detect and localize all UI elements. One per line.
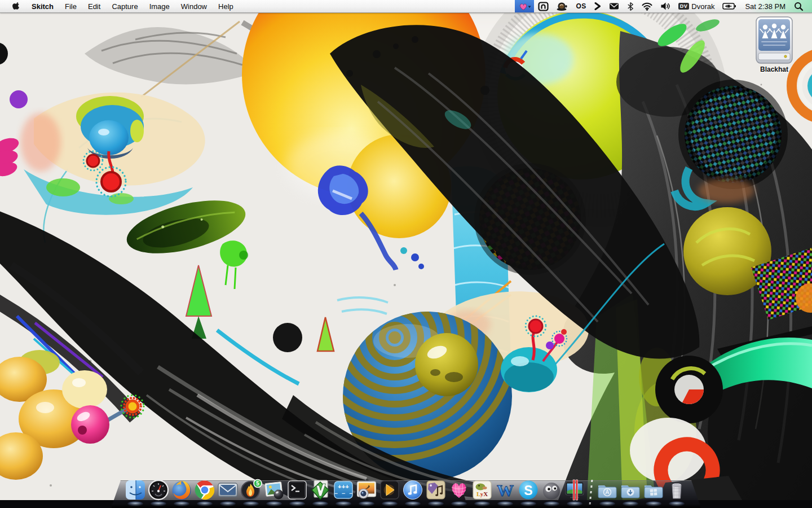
skitch-heart-icon[interactable]	[515, 0, 534, 12]
input-source-label: Dvorak	[691, 2, 714, 11]
dock-windows-folder[interactable]	[642, 479, 665, 501]
input-source-badge: DV	[678, 3, 690, 10]
dock-terminal-icon[interactable]	[286, 479, 308, 501]
svg-text:LyX: LyX	[476, 491, 488, 497]
menu-window[interactable]: Window	[175, 0, 213, 12]
dock-plex-icon[interactable]	[378, 479, 401, 501]
menu-bar-left: Skitch FileEditCaptureImageWindowHelp	[0, 0, 239, 12]
mail-status-icon[interactable]	[605, 0, 623, 12]
svg-text:W: W	[497, 481, 514, 500]
menu-list: FileEditCaptureImageWindowHelp	[59, 0, 239, 12]
dock-heart-wireframe-app-icon[interactable]	[448, 479, 470, 501]
menu-app-skitch[interactable]: Skitch	[26, 0, 59, 12]
wallpaper-art	[0, 0, 812, 508]
dock-skype-icon[interactable]: S	[517, 479, 540, 501]
menu-capture[interactable]: Capture	[106, 0, 143, 12]
menu-file[interactable]: File	[59, 0, 82, 12]
svg-text:5: 5	[256, 480, 259, 487]
dock-trash[interactable]	[665, 479, 688, 501]
apple-logo-icon	[12, 2, 20, 11]
bluetooth-icon[interactable]	[623, 0, 638, 12]
dock-parallels-desktop-icon[interactable]	[563, 479, 586, 501]
dock-diff-app-icon[interactable]: +++ − − −	[332, 479, 355, 501]
dock-iphoto-icon[interactable]	[355, 479, 378, 501]
dock-lyx-icon[interactable]: LyX	[471, 479, 493, 501]
dock-skitch-photo-app-icon[interactable]	[263, 479, 285, 501]
wifi-icon[interactable]	[638, 0, 656, 12]
window-app-icon[interactable]	[534, 0, 553, 12]
menu-edit[interactable]: Edit	[82, 0, 106, 12]
dock-downloads-folder[interactable]	[619, 479, 642, 501]
desktop-icon-label: Blackhat	[760, 65, 788, 73]
dock-mail-app-icon[interactable]	[217, 479, 239, 501]
dock-finder-icon[interactable]	[124, 479, 147, 501]
apple-menu[interactable]	[7, 0, 26, 12]
svg-text:− − −: − − −	[334, 491, 352, 497]
dock-front-edge	[112, 503, 700, 508]
menu-bar-status: OS	[515, 0, 812, 12]
dock-flame-app-icon[interactable]: 5	[240, 479, 262, 501]
spotlight-search-icon[interactable]	[790, 0, 807, 12]
dock-dashboard-icon[interactable]	[147, 479, 170, 501]
os-status-icon[interactable]: OS	[572, 0, 590, 12]
dock-macvim-icon[interactable]	[309, 479, 332, 501]
dock-itunes-icon[interactable]	[401, 479, 424, 501]
volume-icon[interactable]	[656, 0, 674, 12]
caffeine-cup-icon[interactable]	[553, 0, 572, 12]
heart-glyph-icon	[517, 1, 532, 11]
network-drive-icon	[754, 16, 794, 64]
dock-firefox-icon[interactable]	[170, 479, 193, 501]
menu-bar: Skitch FileEditCaptureImageWindowHelp	[0, 0, 812, 13]
dock-microsoft-word-icon[interactable]: W	[494, 479, 517, 501]
svg-text:+++: +++	[338, 484, 349, 491]
clock[interactable]: Sat 2:38 PM	[740, 2, 790, 11]
dock-world-of-goo-icon[interactable]	[540, 479, 563, 501]
menu-help[interactable]: Help	[213, 0, 239, 12]
desktop-icon-blackhat[interactable]: Blackhat	[751, 16, 797, 73]
input-source-menu[interactable]: DV Dvorak	[674, 0, 719, 12]
dock-applications-folder[interactable]	[596, 479, 619, 501]
dock: 5 +++ − − − LyX W S	[117, 478, 695, 508]
svg-text:S: S	[524, 483, 532, 498]
dock-separator	[586, 478, 595, 501]
chevron-right-icon[interactable]	[590, 0, 605, 12]
dock-music-tag-app-icon[interactable]	[425, 479, 447, 501]
dock-chrome-icon[interactable]	[193, 479, 216, 501]
battery-charging-icon[interactable]	[718, 0, 740, 12]
menu-image[interactable]: Image	[144, 0, 175, 12]
